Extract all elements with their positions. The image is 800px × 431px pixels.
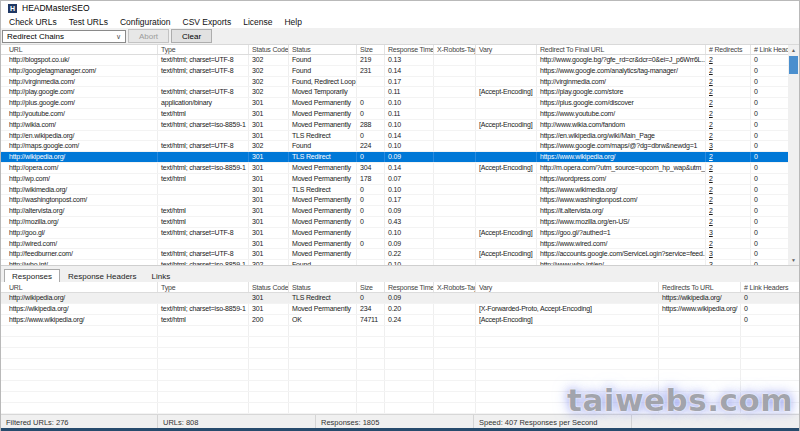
redirects-count-link[interactable]: 2 xyxy=(706,55,751,65)
table-row[interactable]: http://wikipedia.org/301TLS Redirect00.0… xyxy=(1,152,790,163)
table-row[interactable]: https://www.wikipedia.org/text/html200OK… xyxy=(1,315,800,326)
column-header-type[interactable]: Type xyxy=(158,45,249,54)
column-header-x-robots-tag[interactable]: X-Robots-Tag xyxy=(434,45,476,54)
report-mode-select[interactable]: Redirect Chains ∨ xyxy=(2,30,126,43)
scrollbar-thumb[interactable] xyxy=(789,56,798,74)
column-header-vary[interactable]: Vary xyxy=(476,282,659,292)
column-header-response-time[interactable]: Response Time xyxy=(385,45,434,54)
redirects-count-link[interactable]: 3 xyxy=(706,141,751,151)
table-row[interactable]: http://wired.com/301Moved Permanently00.… xyxy=(1,239,790,250)
column-header-vary[interactable]: Vary xyxy=(476,45,537,54)
table-row[interactable]: http://altervista.org/text/html301Moved … xyxy=(1,206,790,217)
cell xyxy=(434,370,476,380)
column-header-url[interactable]: URL xyxy=(1,45,158,54)
table-row[interactable]: http://virginmedia.com/302Found, Redirec… xyxy=(1,77,790,88)
column-header--link-headers[interactable]: # Link Headers xyxy=(751,45,790,54)
table-row[interactable]: http://wikia.com/text/html; charset=iso-… xyxy=(1,120,790,131)
table-row[interactable]: http://youtube.com/text/html301Moved Per… xyxy=(1,109,790,120)
redirects-count-link[interactable]: 2 xyxy=(706,239,751,249)
column-header-redirect-to-final-url[interactable]: Redirect To Final URL xyxy=(537,45,706,54)
cell: https://www.wired.com/ xyxy=(537,239,706,249)
cell xyxy=(357,249,385,259)
scroll-down-icon[interactable]: ▼ xyxy=(788,255,799,265)
column-header--link-headers[interactable]: # Link Headers xyxy=(741,282,800,292)
redirects-count-link[interactable]: 2 xyxy=(706,98,751,108)
tab-links[interactable]: Links xyxy=(145,270,178,282)
column-header-url[interactable]: URL xyxy=(1,282,158,292)
vertical-scrollbar[interactable]: ▲ ▼ xyxy=(788,45,799,265)
table-row[interactable]: http://en.wikipedia.org/301TLS Redirect0… xyxy=(1,131,790,142)
scroll-up-icon[interactable]: ▲ xyxy=(788,45,799,55)
column-header-response-time[interactable]: Response Time xyxy=(385,282,434,292)
redirects-count-link[interactable]: 2 xyxy=(706,109,751,119)
redirects-count-link[interactable]: 2 xyxy=(706,206,751,216)
column-header-status-code[interactable]: Status Code xyxy=(249,282,289,292)
cell: 0 xyxy=(751,217,790,227)
cell xyxy=(434,249,476,259)
clear-button[interactable]: Clear xyxy=(171,29,212,43)
table-row[interactable]: http://maps.google.com/text/html; charse… xyxy=(1,141,790,152)
cell: 301 xyxy=(249,98,289,108)
tab-responses[interactable]: Responses xyxy=(4,269,60,282)
table-row[interactable]: http://googletagmanager.com/text/html; c… xyxy=(1,66,790,77)
table-row[interactable]: http://plus.google.com/application/binar… xyxy=(1,98,790,109)
menu-test-urls[interactable]: Test URLs xyxy=(63,17,114,27)
cell xyxy=(741,326,800,336)
redirects-count-link[interactable]: 2 xyxy=(706,77,751,87)
table-body: http://wikipedia.org/301TLS Redirect00.0… xyxy=(1,293,800,425)
menu-configuration[interactable]: Configuration xyxy=(114,17,177,27)
table-row[interactable]: http://wikipedia.org/301TLS Redirect00.0… xyxy=(1,293,800,304)
table-row[interactable]: http://wikimedia.org/301TLS Redirect00.1… xyxy=(1,185,790,196)
redirects-count-link[interactable]: 2 xyxy=(706,163,751,173)
cell: [Accept-Encoding] xyxy=(476,120,537,130)
table-row[interactable]: http://feedburner.com/text/html; charset… xyxy=(1,249,790,260)
menu-license[interactable]: License xyxy=(237,17,278,27)
cell xyxy=(434,109,476,119)
redirects-count-link[interactable]: 3 xyxy=(706,228,751,238)
cell xyxy=(434,174,476,184)
menu-check-urls[interactable]: Check URLs xyxy=(3,17,63,27)
column-header-status-code[interactable]: Status Code xyxy=(249,45,289,54)
column-header-status[interactable]: Status xyxy=(289,282,357,292)
table-row[interactable]: http://blogspot.co.uk/text/html; charset… xyxy=(1,55,790,66)
cell xyxy=(158,381,249,391)
tab-response-headers[interactable]: Response Headers xyxy=(61,270,143,282)
menu-csv-exports[interactable]: CSV Exports xyxy=(177,17,238,27)
table-row[interactable]: https://wikipedia.org/text/html; charset… xyxy=(1,304,800,315)
cell xyxy=(249,403,289,413)
column-header--redirects[interactable]: # Redirects xyxy=(706,45,751,54)
menu-help[interactable]: Help xyxy=(278,17,307,27)
redirects-count-link[interactable]: 2 xyxy=(706,185,751,195)
redirects-count-link[interactable]: 2 xyxy=(706,217,751,227)
empty-row xyxy=(1,337,800,348)
cell xyxy=(357,228,385,238)
cell: 302 xyxy=(249,66,289,76)
table-row[interactable]: http://wp.com/text/html301Moved Permanen… xyxy=(1,174,790,185)
column-header-redirects-to-url[interactable]: Redirects To URL xyxy=(659,282,741,292)
title-bar: H HEADMasterSEO xyxy=(1,1,799,15)
column-header-size[interactable]: Size xyxy=(357,282,385,292)
abort-button[interactable]: Abort xyxy=(128,29,169,43)
redirects-count-link[interactable]: 2 xyxy=(706,120,751,130)
table-row[interactable]: http://washingtonpost.com/301Moved Perma… xyxy=(1,195,790,206)
table-row[interactable]: http://play.google.com/text/html; charse… xyxy=(1,87,790,98)
table-row[interactable]: http://opera.com/text/html; charset=iso-… xyxy=(1,163,790,174)
cell: 0.09 xyxy=(385,293,434,303)
column-header-type[interactable]: Type xyxy=(158,282,249,292)
cell: https://wikipedia.org/ xyxy=(659,293,741,303)
table-row[interactable]: http://goo.gl/text/html; charset=UTF-830… xyxy=(1,228,790,239)
column-header-status[interactable]: Status xyxy=(289,45,357,54)
redirects-count-link[interactable]: 2 xyxy=(706,87,751,97)
table-row[interactable]: http://mozilla.org/text/html301Moved Per… xyxy=(1,217,790,228)
redirects-count-link[interactable]: 2 xyxy=(706,66,751,76)
column-header-x-robots-tag[interactable]: X-Robots-Tag xyxy=(434,282,476,292)
redirects-count-link[interactable]: 3 xyxy=(706,249,751,259)
redirects-count-link[interactable]: 2 xyxy=(706,174,751,184)
column-header-size[interactable]: Size xyxy=(357,45,385,54)
redirects-count-link[interactable]: 2 xyxy=(706,131,751,141)
cell xyxy=(158,195,249,205)
redirects-count-link[interactable]: 2 xyxy=(706,195,751,205)
redirects-count-link[interactable]: 2 xyxy=(706,152,751,162)
cell: http://wikipedia.org/ xyxy=(1,293,158,303)
cell: http://wired.com/ xyxy=(1,239,158,249)
